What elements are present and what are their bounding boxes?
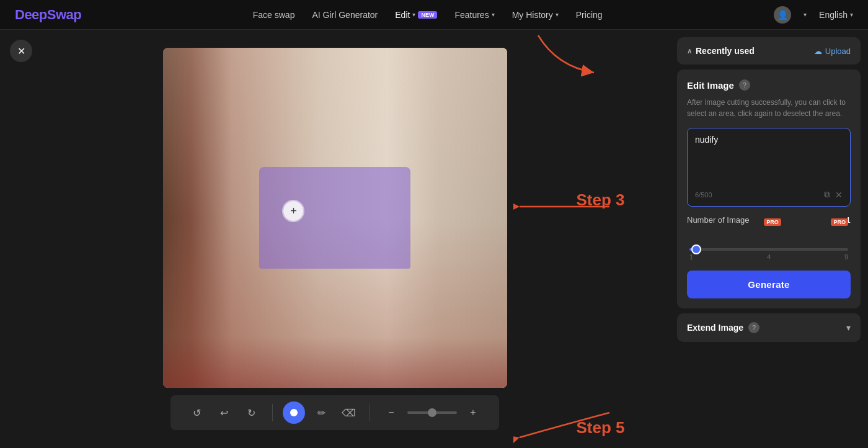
history-tools: ↺ ↩ ↻ bbox=[185, 401, 262, 424]
num-image-label: Number of Image bbox=[687, 215, 749, 225]
step4-arrow bbox=[532, 30, 613, 79]
nav-ai-girl[interactable]: AI Girl Generator bbox=[312, 10, 378, 20]
extend-image-section[interactable]: Extend Image ? ▾ bbox=[677, 313, 861, 342]
eraser-tool[interactable]: ⌫ bbox=[337, 401, 360, 424]
recently-title: ∧ Recently used bbox=[687, 46, 755, 56]
main-content: ✕ Step 4 bbox=[0, 30, 868, 448]
features-chevron: ▾ bbox=[492, 11, 495, 18]
image-count-slider-container: PRO PRO 1 4 9 bbox=[687, 230, 851, 261]
edit-image-section: Edit Image ? After image cutting success… bbox=[677, 69, 861, 308]
pen-tool[interactable]: ✏ bbox=[310, 401, 332, 424]
edit-chevron: ▾ bbox=[412, 11, 415, 18]
avatar[interactable]: 👤 bbox=[774, 6, 791, 24]
nav-my-history[interactable]: My History ▾ bbox=[512, 10, 559, 20]
step3-arrow bbox=[513, 197, 613, 216]
nav-pricing[interactable]: Pricing bbox=[576, 10, 603, 20]
zoom-out-button[interactable]: − bbox=[380, 401, 402, 424]
main-nav: Face swap AI Girl Generator Edit ▾ NEW F… bbox=[101, 10, 754, 20]
prompt-footer: 6/500 ⧉ ✕ bbox=[695, 189, 843, 200]
upload-icon: ☁ bbox=[814, 47, 822, 56]
prompt-textarea[interactable] bbox=[695, 135, 843, 184]
prompt-container: 6/500 ⧉ ✕ bbox=[687, 128, 851, 207]
language-selector[interactable]: English ▾ bbox=[819, 10, 853, 20]
main-image[interactable]: + bbox=[163, 48, 507, 388]
right-panel: ∧ Recently used ☁ Upload Edit Image ? Af… bbox=[670, 30, 868, 448]
close-button[interactable]: ✕ bbox=[10, 40, 32, 62]
history-chevron: ▾ bbox=[556, 11, 559, 18]
brush-cursor[interactable]: + bbox=[283, 201, 303, 221]
brush-icon bbox=[290, 409, 298, 416]
nav-edit[interactable]: Edit ▾ NEW bbox=[395, 10, 437, 20]
slider-thumb[interactable] bbox=[691, 244, 701, 254]
zoom-in-button[interactable]: + bbox=[462, 401, 484, 424]
reset-button[interactable]: ↺ bbox=[185, 401, 208, 424]
upload-button[interactable]: ☁ Upload bbox=[814, 47, 851, 56]
pro-badge-4: PRO bbox=[764, 218, 781, 226]
toolbar: ↺ ↩ ↻ ✏ ⌫ − + bbox=[170, 395, 499, 430]
prompt-actions: ⧉ ✕ bbox=[824, 189, 843, 200]
extend-left: Extend Image ? bbox=[687, 322, 760, 333]
extend-chevron: ▾ bbox=[846, 323, 851, 333]
recently-chevron[interactable]: ∧ bbox=[687, 47, 692, 55]
edit-image-header: Edit Image ? bbox=[687, 79, 851, 91]
step3-label: Step 3 bbox=[576, 190, 624, 210]
logo: DeepSwap bbox=[15, 7, 81, 23]
header-right: 👤 ▾ English ▾ bbox=[774, 6, 853, 24]
edit-image-title: Edit Image bbox=[687, 80, 734, 91]
extend-title: Extend Image bbox=[687, 323, 743, 333]
nav-face-swap[interactable]: Face swap bbox=[253, 10, 295, 20]
extend-help-icon[interactable]: ? bbox=[748, 322, 760, 333]
undo-button[interactable]: ↩ bbox=[213, 401, 235, 424]
recently-header: ∧ Recently used ☁ Upload bbox=[687, 46, 851, 56]
slider-max: 9 bbox=[844, 253, 848, 261]
pro-badge-9: PRO bbox=[831, 218, 848, 226]
new-badge: NEW bbox=[418, 11, 437, 19]
step5-label: Step 5 bbox=[576, 418, 624, 437]
recently-used-section: ∧ Recently used ☁ Upload bbox=[677, 37, 861, 65]
nav-features[interactable]: Features ▾ bbox=[454, 10, 494, 20]
toolbar-divider-1 bbox=[272, 404, 273, 421]
slider-labels: 1 4 9 bbox=[689, 253, 848, 261]
step5-arrow bbox=[513, 406, 613, 444]
image-container: + Step 3 Step 5 bbox=[163, 48, 507, 388]
zoom-tools: − + bbox=[380, 401, 484, 424]
slider-mid: 4 bbox=[767, 253, 771, 261]
brush-tool[interactable] bbox=[283, 401, 305, 424]
copy-prompt-button[interactable]: ⧉ bbox=[824, 189, 830, 200]
draw-tools: ✏ ⌫ bbox=[283, 401, 360, 424]
header: DeepSwap Face swap AI Girl Generator Edi… bbox=[0, 0, 868, 30]
slider-min: 1 bbox=[689, 253, 693, 261]
left-panel: ✕ Step 4 bbox=[0, 30, 670, 448]
redo-button[interactable]: ↻ bbox=[240, 401, 262, 424]
edit-description: After image cutting successfully, you ca… bbox=[687, 97, 851, 119]
zoom-thumb bbox=[428, 408, 436, 417]
language-chevron: ▾ bbox=[850, 11, 853, 18]
char-count: 6/500 bbox=[695, 191, 712, 199]
zoom-slider[interactable] bbox=[407, 411, 457, 414]
clear-prompt-button[interactable]: ✕ bbox=[835, 189, 843, 200]
generate-button[interactable]: Generate bbox=[687, 271, 851, 298]
avatar-chevron: ▾ bbox=[804, 11, 807, 18]
toolbar-divider-2 bbox=[370, 404, 370, 421]
slider-track[interactable] bbox=[689, 248, 848, 251]
avatar-icon: 👤 bbox=[777, 10, 788, 20]
edit-help-icon[interactable]: ? bbox=[739, 79, 750, 91]
